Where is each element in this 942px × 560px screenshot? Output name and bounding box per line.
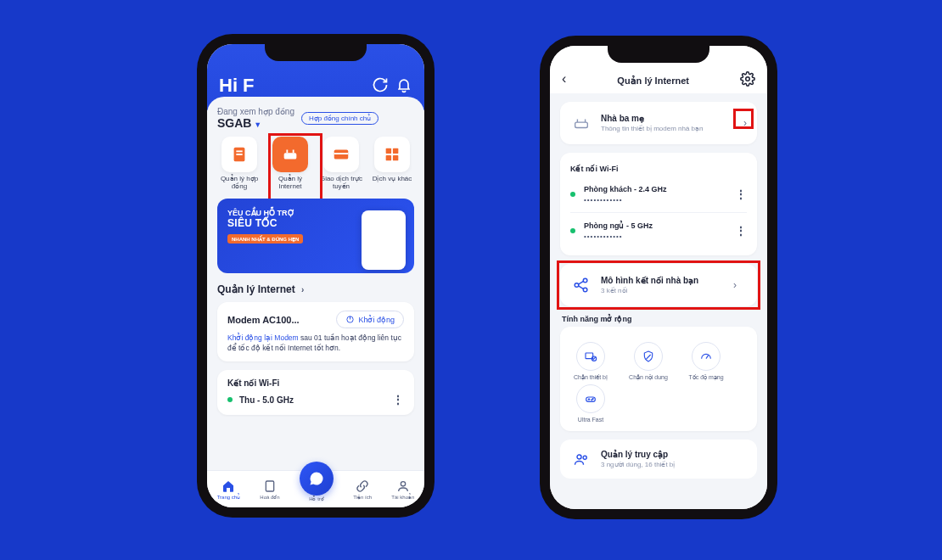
settings-button[interactable] <box>740 71 755 87</box>
nav-home[interactable]: Trang chủ <box>217 479 240 500</box>
modem-desc-highlight: Khởi động lại Modem <box>227 333 299 342</box>
svg-rect-2 <box>236 154 242 155</box>
nav-label: Tiện ích <box>353 494 372 500</box>
tile-label: Quản lý Internet <box>268 175 312 190</box>
promo-phone-illustration <box>362 210 406 270</box>
quick-tiles: Quản lý hợp đồng Quản lý Internet Giao d… <box>217 137 414 190</box>
tile-contract[interactable]: Quản lý hợp đồng <box>217 137 261 190</box>
phone-notch <box>608 44 709 63</box>
wifi-item[interactable]: Phòng ngủ - 5 GHz •••••••••••• ⋮ <box>570 212 747 245</box>
svg-point-35 <box>577 455 581 459</box>
svg-point-22 <box>583 288 587 292</box>
promo-tag: NHANH NHẤT & ĐÚNG HẸN <box>227 234 303 244</box>
wifi-item[interactable]: Thu - 5.0 GHz ⋮ <box>227 393 404 406</box>
chevron-right-icon: › <box>733 279 737 291</box>
page-title: Quản lý Internet <box>617 76 689 87</box>
bell-icon[interactable] <box>395 76 412 93</box>
svg-point-21 <box>583 278 587 283</box>
feature-label: Tốc độ mạng <box>681 374 732 381</box>
more-vertical-icon[interactable]: ⋮ <box>392 393 404 406</box>
access-sub: 3 người dùng, 16 thiết bị <box>601 461 675 468</box>
wifi-name: Phòng khách - 2.4 GHz <box>584 185 667 193</box>
chevron-right-icon: › <box>743 117 747 129</box>
more-vertical-icon[interactable]: ⋮ <box>735 224 747 238</box>
chevron-down-icon: ▼ <box>254 120 261 129</box>
nav-label: Hoá đơn <box>260 494 279 500</box>
svg-line-29 <box>706 356 709 359</box>
bottom-nav: Trang chủ Hoá đơn Hỗ trợ Tiện ích Tài kh… <box>207 470 424 507</box>
feature-speed[interactable]: Tốc độ mạng <box>681 342 732 381</box>
modem-name: Modem AC100... <box>227 315 300 325</box>
nav-utilities[interactable]: Tiện ích <box>353 479 372 500</box>
network-icon <box>570 274 592 296</box>
wifi-list-title: Kết nối Wi-Fi <box>570 165 747 173</box>
wifi-item[interactable]: Phòng khách - 2.4 GHz •••••••••••• ⋮ <box>570 180 747 209</box>
tile-label: Giao dịch trực tuyến <box>319 175 363 190</box>
access-card[interactable]: Quản lý truy cập 3 người dùng, 16 thiết … <box>560 440 757 479</box>
feature-block-content[interactable]: Chặn nội dung <box>623 342 674 381</box>
tile-internet[interactable]: Quản lý Internet <box>268 137 312 190</box>
svg-rect-11 <box>393 155 398 160</box>
modem-description: Khởi động lại Modem sau 01 tuần hoạt độn… <box>227 333 404 353</box>
nav-account[interactable]: Tài khoản <box>391 479 414 500</box>
svg-rect-14 <box>266 481 273 491</box>
phone-frame-right: ‹ Quản lý Internet Nhà ba mẹ Thông tin t… <box>540 36 777 519</box>
modem-card: Modem AC100... Khởi động Khởi động lại M… <box>217 302 414 361</box>
restart-button[interactable]: Khởi động <box>336 311 404 328</box>
svg-rect-17 <box>575 122 588 127</box>
tile-other[interactable]: Dịch vụ khác <box>370 137 414 190</box>
feature-ultra-fast[interactable]: Ultra Fast <box>565 384 616 423</box>
promo-banner[interactable]: YÊU CẦU HỖ TRỢ SIÊU TỐC NHANH NHẤT & ĐÚN… <box>217 199 414 273</box>
refresh-icon[interactable] <box>372 76 389 93</box>
nav-label: Hỗ trợ <box>300 496 334 501</box>
home-card[interactable]: Nhà ba mẹ Thông tin thiết bị modem nhà b… <box>560 102 757 144</box>
feature-block-device[interactable]: Chặn thiết bị <box>565 342 616 381</box>
status-dot-icon <box>570 192 575 197</box>
screen-left: Hi F Đang xem hợp đồng SGAB ▼ Hợp đồng c… <box>207 44 424 507</box>
more-vertical-icon[interactable]: ⋮ <box>735 188 747 201</box>
grid-icon <box>374 137 410 172</box>
nav-invoice[interactable]: Hoá đơn <box>260 479 279 500</box>
model-sub: 3 kết nối <box>601 287 698 294</box>
power-icon <box>345 315 355 324</box>
tile-label: Dịch vụ khác <box>370 175 414 182</box>
svg-point-36 <box>583 456 586 459</box>
gauge-icon <box>692 342 721 371</box>
chat-icon <box>308 470 325 487</box>
transaction-icon <box>323 137 359 172</box>
invoice-icon <box>263 479 277 493</box>
svg-point-20 <box>575 283 579 288</box>
feature-label: Chặn nội dung <box>623 374 674 381</box>
features-title: Tính năng mở rộng <box>562 315 755 323</box>
nav-label: Tài khoản <box>391 494 414 500</box>
wifi-section-title: Kết nối Wi-Fi <box>227 378 404 388</box>
home-icon <box>221 479 235 493</box>
shield-icon <box>634 342 663 371</box>
svg-rect-8 <box>386 148 391 154</box>
support-fab <box>300 462 334 496</box>
contract-row[interactable]: Đang xem hợp đồng SGAB ▼ Hợp đồng chính … <box>217 107 414 130</box>
section-internet-title[interactable]: Quản lý Internet › <box>217 283 414 295</box>
network-model-card[interactable]: Mô hình kết nối nhà bạn 3 kết nối › <box>560 264 757 306</box>
users-icon <box>570 448 592 470</box>
nav-support[interactable]: Hỗ trợ <box>300 477 334 501</box>
svg-line-24 <box>579 286 584 289</box>
section-label: Quản lý Internet <box>217 283 295 295</box>
restart-label: Khởi động <box>358 316 395 324</box>
svg-rect-7 <box>334 153 349 154</box>
tile-transaction[interactable]: Giao dịch trực tuyến <box>319 137 363 190</box>
wifi-name: Phòng ngủ - 5 GHz <box>584 221 653 230</box>
access-title: Quản lý truy cập <box>601 450 675 459</box>
contract-chip: Hợp đồng chính chủ <box>301 112 378 125</box>
features-card: Chặn thiết bị Chặn nội dung Tốc độ mạng … <box>560 327 757 431</box>
back-button[interactable]: ‹ <box>562 71 566 87</box>
feature-label: Ultra Fast <box>565 417 616 423</box>
router-icon <box>272 137 308 172</box>
svg-rect-3 <box>284 153 297 159</box>
phone-frame-left: Hi F Đang xem hợp đồng SGAB ▼ Hợp đồng c… <box>197 34 435 518</box>
feature-label: Chặn thiết bị <box>565 374 616 381</box>
contract-icon <box>221 137 257 172</box>
svg-line-23 <box>579 281 584 284</box>
wifi-list-card: Kết nối Wi-Fi Phòng khách - 2.4 GHz ••••… <box>560 153 757 255</box>
svg-point-33 <box>592 398 593 399</box>
